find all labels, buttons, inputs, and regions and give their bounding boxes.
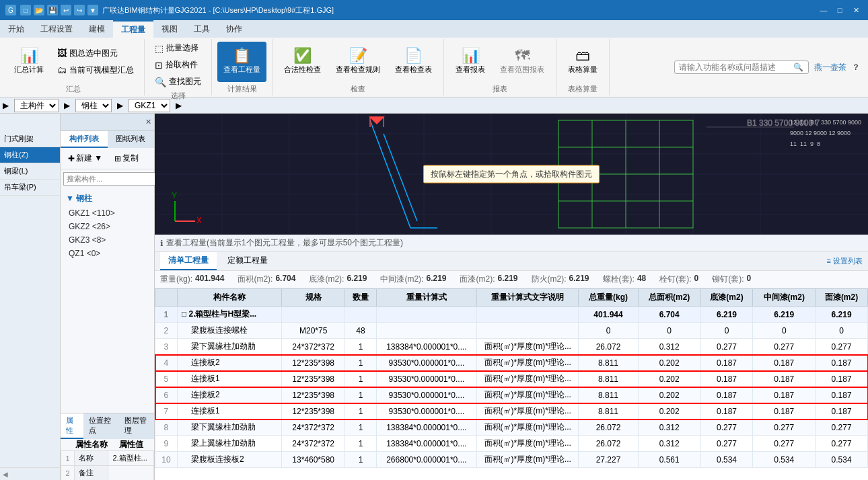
batch-select-icon: ⬚ [155,43,164,54]
table-row[interactable]: 5 连接板1 12*235*398 1 93530*0.000001*0....… [155,371,868,387]
col-weight-desc: 重量计算式文字说明 [477,289,579,307]
cell-name: 连接板1 [177,403,281,419]
nav-item-steel-col[interactable]: 钢柱(Z) [0,147,60,163]
table-row[interactable]: 1 □ 2.箱型柱与H型梁... 401.944 6.704 6.219 6.2… [155,307,868,323]
main-component-select[interactable]: 主构件 [14,99,59,112]
close-btn[interactable]: ✕ [849,3,863,17]
tree-item-gkz3[interactable]: GKZ3 <8> [63,233,151,247]
search-box[interactable]: 🔍 [674,61,809,74]
tab-component-list[interactable]: 构件列表 [61,131,108,148]
props-row-1-value[interactable]: 2.箱型柱... [108,451,154,466]
tab-drawing-list[interactable]: 图纸列表 [108,131,155,148]
find-element-btn[interactable]: 🔍 查找图元 [150,74,206,89]
tree-category-steel-col[interactable]: ▼ 钢柱 [63,191,151,206]
table-row[interactable]: 4 连接板2 12*235*398 1 93530*0.000001*0....… [155,355,868,371]
check-table-btn[interactable]: 📄 查看检查表 [389,42,438,82]
pick-component-btn[interactable]: ⊡ 拾取构件 [150,57,206,73]
props-col-value: 属性值 [108,439,154,451]
save-icon[interactable]: 💾 [47,5,58,15]
props-tab-layer[interactable]: 图层管理 [119,413,154,439]
table-row[interactable]: 8 梁下翼缘柱加劲肋 24*372*372 1 138384*0.000001*… [155,419,868,436]
open-icon[interactable]: 📂 [34,5,44,15]
cell-primer: 0.187 [700,403,753,419]
cell-formula: 93530*0.000001*0.... [376,403,477,419]
table-row[interactable]: 2 梁腹板连接螺栓 M20*75 48 0 0 0 0 0 [155,323,868,339]
col-total-weight: 总重量(kg) [579,289,639,307]
component-type-select[interactable]: 钢柱 [75,99,112,112]
minimize-btn[interactable]: — [817,3,830,17]
view-report-btn[interactable]: 📊 查看报表 [449,42,491,82]
nav-collapse-btn[interactable]: ◀ [0,467,60,480]
table-row[interactable]: 9 梁上翼缘柱加劲肋 24*372*372 1 138384*0.000001*… [155,436,868,452]
batch-select-btn[interactable]: ⬚ 批量选择 [150,40,206,56]
cell-primer: 0.187 [700,371,753,387]
cell-name: 连接板2 [177,387,281,403]
table-row[interactable]: 3 梁下翼缘柱加劲肋 24*372*372 1 138384*0.000001*… [155,339,868,355]
more-icon[interactable]: ▼ [87,5,98,15]
summary-bolt: 螺栓(套): 48 [603,274,647,285]
visible-model-btn[interactable]: 🗂 当前可视模型汇总 [52,63,139,78]
tab-start[interactable]: 开始 [0,20,32,38]
select-model-btn[interactable]: 🖼 图总选中图元 [52,46,139,61]
cell-total-weight: 8.811 [579,371,639,387]
redo-icon[interactable]: ↪ [74,5,85,15]
cell-total-area: 0 [638,323,700,339]
cell-primer: 0.277 [700,436,753,452]
range-report-btn[interactable]: 🗺 查看范围报表 [494,42,550,82]
tab-quantity[interactable]: 工程量 [113,20,153,38]
tree-item-gkz1[interactable]: GKZ1 <110> [63,206,151,220]
search-input[interactable] [679,63,793,72]
summary-fireproof: 防火(m2): 6.219 [532,274,589,285]
table-calc-icon: 🗃 [575,48,590,63]
new-component-btn[interactable]: ✚ 新建 ▼ [63,151,107,166]
component-search-input[interactable] [63,172,163,186]
table-row[interactable]: 7 连接板1 12*235*398 1 93530*0.000001*0....… [155,403,868,419]
tree-item-qz1[interactable]: QZ1 <0> [63,247,151,260]
new-icon[interactable]: □ [20,5,31,15]
title-controls[interactable]: — □ ✕ [817,3,863,17]
table-calc-label: 表格算量 [568,65,598,75]
props-tab-position[interactable]: 位置控点 [83,413,118,439]
table-row[interactable]: 10 梁腹板连接板2 13*460*580 1 266800*0.000001*… [155,452,868,468]
tab-quota-quantity[interactable]: 定额工程量 [219,252,276,270]
panel-close-btn[interactable]: ✕ [145,118,151,126]
cell-desc: 面积(㎡)*厚度(m)*理论... [477,339,579,355]
tab-tools[interactable]: 工具 [186,20,218,38]
check-rules-btn[interactable]: 📝 查看检查规则 [330,42,386,82]
table-calc-btn[interactable]: 🗃 表格算量 [562,42,604,82]
summarize-btn[interactable]: 📊 汇总计算 [8,42,50,82]
area-label: 面积(m2): [238,274,273,285]
maximize-btn[interactable]: □ [833,3,846,17]
col-spec: 规格 [281,289,345,307]
tab-collab[interactable]: 协作 [218,20,250,38]
nav-item-steel-beam[interactable]: 钢梁(L) [0,163,60,179]
toolbar-arrow3: ▶ [176,101,182,110]
view-quantity-btn[interactable]: 📋 查看工程量 [217,42,266,82]
props-row-1-num: 1 [61,451,75,466]
tree-item-gkz2[interactable]: GKZ2 <26> [63,220,151,233]
col-topcoat: 面漆(m2) [816,289,868,307]
undo-icon[interactable]: ↩ [61,5,71,15]
help-text-btn[interactable]: 燕一壶茶 [814,62,846,73]
props-tab-attrs[interactable]: 属性 [61,413,83,439]
question-btn[interactable]: ？ [852,62,860,73]
tab-settings[interactable]: 工程设置 [32,20,81,38]
legality-label: 合法性检查 [284,65,321,75]
select-model-label: 图总选中图元 [69,48,118,59]
tab-model[interactable]: 建模 [81,20,113,38]
copy-component-btn[interactable]: ⊞ 复制 [110,151,143,166]
cell-total-area: 0.312 [638,436,700,452]
table-row[interactable]: 6 连接板2 12*235*398 1 93530*0.000001*0....… [155,387,868,403]
cell-topcoat: 0.187 [816,355,868,371]
props-row-2-value[interactable] [108,466,154,481]
cell-formula: 138384*0.000001*0.... [376,436,477,452]
nav-item-rigid-frame[interactable]: 门式刚架 [0,131,60,147]
data-table-wrapper[interactable]: 构件名称 规格 数量 重量计算式 重量计算式文字说明 总重量(kg) 总面积(m… [155,288,868,480]
nav-item-crane-beam[interactable]: 吊车梁(P) [0,179,60,196]
title-bar: G □ 📂 💾 ↩ ↪ ▼ 广联达BIM钢结构计量GJG2021 - [C:\U… [0,0,868,20]
tab-bill-quantity[interactable]: 清单工程量 [160,252,217,270]
legality-check-btn[interactable]: ✅ 合法性检查 [278,42,327,82]
tab-view[interactable]: 视图 [153,20,186,38]
component-name-select[interactable]: GKZ1 [129,99,170,112]
settings-list-btn[interactable]: ≡ 设置列表 [827,256,863,266]
